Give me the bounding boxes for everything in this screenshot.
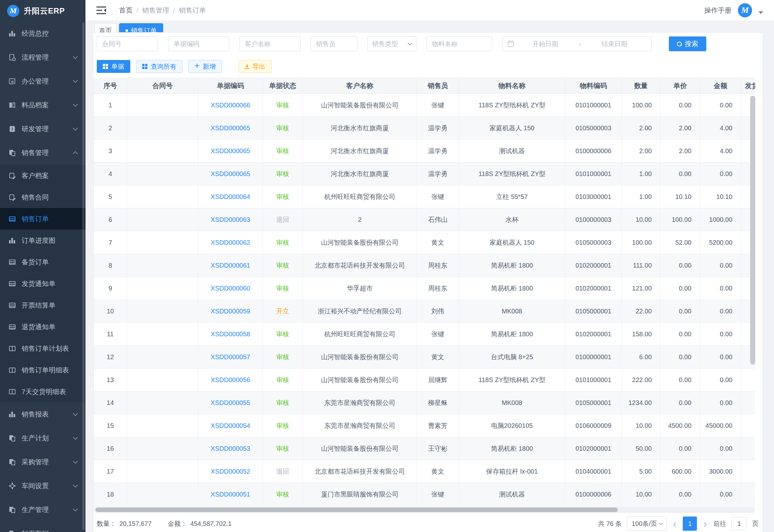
horizontal-scrollbar-track[interactable] xyxy=(94,507,755,513)
column-header: 数量 xyxy=(622,78,660,94)
breadcrumb-home[interactable]: 首页 xyxy=(119,6,133,15)
table-row: 5 XSDD000064 审核 杭州旺旺旺商贸有限公司 张键 立柱 55*57 … xyxy=(94,185,755,208)
material-name-input[interactable] xyxy=(426,36,492,51)
sidebar-item[interactable]: 生产计划 xyxy=(0,426,85,450)
sidebar-subitem[interactable]: 开票结算单 xyxy=(0,294,85,316)
grid-icon xyxy=(103,64,108,69)
query-all-button[interactable]: 查询所有 xyxy=(136,60,183,73)
sidebar-item[interactable]: 加工车间 xyxy=(0,522,85,532)
sidebar-subitem[interactable]: 客户档案 xyxy=(0,165,85,186)
sidebar-subitem[interactable]: 销售订单计划表 xyxy=(0,338,85,359)
sidebar-subitem-label: 销售订单明细表 xyxy=(22,366,85,375)
start-date-placeholder[interactable]: 开始日期 xyxy=(514,40,577,48)
doc-code-link[interactable]: XSDD000057 xyxy=(211,353,250,361)
material-code-cell: 0102000001 xyxy=(565,323,622,345)
add-button-label: 新增 xyxy=(203,62,216,71)
unit-price-cell: 52.00 xyxy=(660,231,700,254)
sidebar-subitem-label: 7天交货明细表 xyxy=(22,387,85,396)
horizontal-scrollbar-thumb[interactable] xyxy=(95,507,618,512)
sidebar-item[interactable]: 办公管理 xyxy=(0,69,85,93)
next-page-button[interactable]: › xyxy=(702,518,708,529)
doc-code-link[interactable]: XSDD000064 xyxy=(211,193,250,201)
doc-code-link[interactable]: XSDD000062 xyxy=(211,239,250,246)
sidebar-subitem[interactable]: 销售订单 xyxy=(0,208,85,230)
sidebar-subitem-label: 销售合同 xyxy=(22,193,85,202)
status-badge: 退回 xyxy=(276,215,289,224)
doc-code-link[interactable]: XSDD000059 xyxy=(211,308,250,315)
documents-button[interactable]: 单据 xyxy=(97,60,130,73)
table-row: 16 XSDD000053 审核 山河智能装备股份有限公司 王守彬 简易机柜 1… xyxy=(94,437,755,460)
sidebar-item[interactable]: 生产管理 xyxy=(0,498,85,522)
breadcrumb-sales-mgmt[interactable]: 销售管理 xyxy=(142,6,169,15)
doc-code-link[interactable]: XSDD000065 xyxy=(211,147,250,155)
tab-sales-order[interactable]: 销售订单 xyxy=(119,23,163,32)
status-badge: 审核 xyxy=(276,170,289,178)
sidebar-subitem[interactable]: 订单进度图 xyxy=(0,230,85,251)
amount-cell: 3000.00 xyxy=(700,460,741,483)
material-name-cell: 家庭机器人 150 xyxy=(459,231,565,254)
doc-code-link[interactable]: XSDD000056 xyxy=(211,376,250,384)
amount-total-value: 454,587,702.1 xyxy=(190,520,232,527)
sidebar-subitem[interactable]: 7天交货明细表 xyxy=(0,381,85,402)
top-header: 首页 / 销售管理 / 销售订单 操作手册 M xyxy=(85,0,774,21)
user-avatar[interactable]: M xyxy=(738,3,752,17)
doc-code-link[interactable]: XSDD000061 xyxy=(211,262,250,269)
doc-code-link[interactable]: XSDD000065 xyxy=(211,124,250,132)
quantity-cell: 1.00 xyxy=(622,185,660,208)
page-size-select[interactable]: 100条/页 xyxy=(627,517,667,531)
sidebar-item[interactable]: 销售报表 xyxy=(0,402,85,426)
manual-link[interactable]: 操作手册 xyxy=(704,6,731,15)
vertical-scrollbar-thumb[interactable] xyxy=(750,96,755,365)
doc-code-link[interactable]: XSDD000060 xyxy=(211,285,250,292)
customer-name-input[interactable] xyxy=(239,36,301,51)
sales-type-select[interactable]: 销售类型 xyxy=(367,36,416,51)
export-button[interactable]: 导出 xyxy=(239,60,272,73)
column-header: 客户名称 xyxy=(303,78,417,94)
doc-code-link[interactable]: XSDD000065 xyxy=(211,170,250,178)
chevron-down-icon xyxy=(659,521,663,525)
quantity-cell: 10.00 xyxy=(622,208,660,231)
add-button[interactable]: + 新增 xyxy=(188,60,222,73)
doc-code-link[interactable]: XSDD000054 xyxy=(211,422,250,429)
tab-home[interactable]: 首页 xyxy=(94,23,116,32)
end-date-placeholder[interactable]: 结束日期 xyxy=(583,40,646,48)
doc-code-link[interactable]: XSDD000051 xyxy=(211,491,250,498)
user-menu-caret-icon[interactable] xyxy=(759,11,763,14)
sidebar-subitem[interactable]: 销售订单明细表 xyxy=(0,359,85,381)
sidebar-subitem[interactable]: 发货通知单 xyxy=(0,273,85,294)
sidebar-item[interactable]: 销售管理 xyxy=(0,141,85,165)
status-badge: 审核 xyxy=(276,101,289,110)
seq-cell: 14 xyxy=(94,391,127,414)
doc-code-link[interactable]: XSDD000066 xyxy=(211,102,250,109)
goto-page-input[interactable] xyxy=(731,517,747,530)
search-button[interactable]: 搜索 xyxy=(669,36,706,51)
date-range-picker[interactable]: 开始日期 - 结束日期 xyxy=(502,36,651,51)
sidebar-item[interactable]: 研发管理 xyxy=(0,117,85,141)
seq-cell: 5 xyxy=(94,185,127,208)
chevron-icon xyxy=(73,151,78,156)
salesperson-input[interactable] xyxy=(311,36,357,51)
unit-price-cell: 0.00 xyxy=(660,300,700,322)
sidebar-menu-top: 经营总控 流程管理 办公管理 料品档案 xyxy=(0,22,85,165)
doc-code-input[interactable] xyxy=(168,36,229,51)
sidebar-scrollbar-thumb[interactable] xyxy=(82,23,84,530)
contract-no-input[interactable] xyxy=(97,36,158,51)
sidebar-subitem[interactable]: 退货通知单 xyxy=(0,316,85,338)
current-page-button[interactable]: 1 xyxy=(683,517,697,531)
amount-cell: 0.00 xyxy=(700,483,741,506)
sidebar-item[interactable]: 车间设置 xyxy=(0,474,85,498)
sidebar-collapse-icon[interactable] xyxy=(96,6,106,15)
sidebar-subitem[interactable]: 备货订单 xyxy=(0,251,85,273)
doc-code-link[interactable]: XSDD000063 xyxy=(211,216,250,223)
column-header: 金额 xyxy=(700,78,741,94)
sidebar-item[interactable]: 采购管理 xyxy=(0,450,85,474)
doc-code-link[interactable]: XSDD000055 xyxy=(211,399,250,407)
doc-code-link[interactable]: XSDD000058 xyxy=(211,330,250,338)
doc-code-link[interactable]: XSDD000053 xyxy=(211,445,250,452)
doc-code-link[interactable]: XSDD000052 xyxy=(211,468,250,475)
prev-page-button[interactable]: ‹ xyxy=(672,518,678,529)
sidebar-item[interactable]: 流程管理 xyxy=(0,45,85,69)
sidebar-subitem[interactable]: 销售合同 xyxy=(0,186,85,208)
sidebar-item[interactable]: 经营总控 xyxy=(0,22,85,45)
sidebar-item[interactable]: 料品档案 xyxy=(0,93,85,117)
